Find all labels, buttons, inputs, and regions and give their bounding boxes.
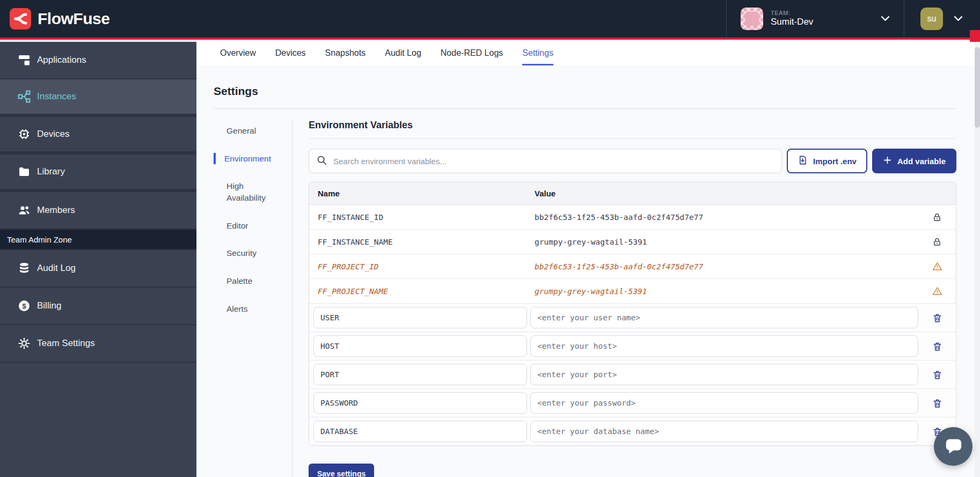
team-label: TEAM:: [771, 10, 813, 17]
flowfuse-logo-icon: [10, 8, 31, 30]
tab-overview[interactable]: Overview: [220, 42, 256, 65]
team-meta: TEAM: Sumit-Dev: [771, 10, 813, 28]
lock-icon: [918, 212, 956, 222]
vertical-divider: [292, 120, 292, 477]
sidebar-item-devices[interactable]: Devices: [0, 117, 196, 155]
env-var-name-input[interactable]: [313, 421, 527, 442]
delete-variable-button[interactable]: [932, 341, 942, 351]
import-icon: [798, 155, 808, 167]
subnav-item-palette[interactable]: Palette: [214, 275, 283, 287]
page-title: Settings: [214, 85, 956, 98]
subnav-item-security[interactable]: Security: [214, 247, 283, 259]
column-header-name: Name: [309, 189, 535, 198]
env-var-value: bb2f6c53-1f25-453b-aafd-0c2f475d7e77: [535, 262, 918, 271]
members-icon: [18, 204, 31, 217]
delete-variable-button[interactable]: [932, 313, 942, 323]
env-var-name: FF_INSTANCE_NAME: [309, 238, 535, 246]
tab-devices[interactable]: Devices: [275, 42, 306, 65]
add-variable-label: Add variable: [897, 157, 946, 166]
brand-title: FlowFuse: [38, 10, 109, 28]
table-row-editable: [309, 417, 956, 445]
save-settings-button[interactable]: Save settings: [309, 464, 374, 477]
sidebar: Applications Instances De: [0, 42, 196, 477]
sidebar-item-instances[interactable]: Instances: [0, 79, 196, 117]
chevron-down-icon: [954, 14, 963, 24]
env-var-value: grumpy-grey-wagtail-5391: [535, 238, 918, 246]
subnav-item-alerts[interactable]: Alerts: [214, 303, 283, 315]
search-input[interactable]: [333, 157, 774, 166]
sidebar-item-team-settings[interactable]: Team Settings: [0, 325, 196, 363]
instance-tabs: Overview Devices Snapshots Audit Log Nod…: [196, 42, 980, 65]
environment-section: Environment Variables: [309, 120, 956, 477]
plus-icon: [883, 156, 892, 166]
subnav-item-high-availability[interactable]: High Availability: [214, 180, 283, 203]
brand[interactable]: FlowFuse: [10, 8, 109, 30]
header-right: TEAM: Sumit-Dev su: [726, 0, 966, 39]
env-variables-table: Name Value FF_INSTANCE_ID bb2f6c53-1f25-…: [309, 182, 956, 446]
env-var-name-input[interactable]: [313, 364, 527, 385]
sidebar-item-label: Library: [37, 166, 65, 177]
warning-icon: [918, 286, 956, 296]
chevron-down-icon: [881, 14, 890, 24]
team-avatar: [741, 8, 763, 30]
table-row-editable: [309, 361, 956, 389]
sidebar-item-billing[interactable]: $ Billing: [0, 288, 196, 325]
env-var-value-input[interactable]: [530, 307, 918, 328]
sidebar-item-label: Devices: [37, 129, 69, 140]
user-avatar: su: [920, 8, 943, 30]
chat-launcher-button[interactable]: [934, 427, 972, 466]
main-area: Overview Devices Snapshots Audit Log Nod…: [196, 42, 980, 477]
env-var-name: FF_PROJECT_NAME: [309, 287, 535, 296]
billing-icon: $: [18, 299, 31, 312]
delete-variable-button[interactable]: [932, 398, 942, 408]
env-var-value-input[interactable]: [530, 335, 918, 357]
table-row-editable: [309, 304, 956, 332]
tab-node-red-logs[interactable]: Node-RED Logs: [441, 42, 503, 65]
env-var-name-input[interactable]: [313, 335, 527, 357]
env-var-value-input[interactable]: [530, 392, 918, 414]
delete-variable-button[interactable]: [932, 370, 942, 380]
import-env-button[interactable]: Import .env: [787, 149, 867, 173]
sidebar-item-applications[interactable]: Applications: [0, 42, 196, 79]
subnav-item-general[interactable]: General: [214, 125, 283, 137]
scrollbar-thumb[interactable]: [975, 47, 980, 128]
env-var-value-input[interactable]: [530, 421, 918, 442]
settings-subnav: General Environment High Availability Ed…: [214, 120, 283, 477]
team-selector[interactable]: TEAM: Sumit-Dev: [727, 8, 904, 30]
column-header-value: Value: [535, 189, 918, 198]
table-row-deprecated: FF_PROJECT_NAME grumpy-grey-wagtail-5391: [309, 279, 956, 304]
table-row-deprecated: FF_PROJECT_ID bb2f6c53-1f25-453b-aafd-0c…: [309, 254, 956, 279]
tab-audit-log[interactable]: Audit Log: [385, 42, 421, 65]
sidebar-item-audit-log[interactable]: Audit Log: [0, 250, 196, 288]
tab-snapshots[interactable]: Snapshots: [325, 42, 366, 65]
team-settings-icon: [18, 337, 31, 350]
instances-icon: [18, 90, 31, 103]
subnav-item-environment[interactable]: Environment: [214, 153, 283, 165]
env-var-name-input[interactable]: [313, 392, 527, 414]
user-menu[interactable]: su: [904, 8, 966, 30]
devices-icon: [18, 128, 31, 141]
audit-log-icon: [18, 262, 31, 275]
tab-settings[interactable]: Settings: [522, 42, 553, 65]
divider: [214, 108, 956, 109]
sidebar-item-label: Instances: [37, 91, 76, 102]
table-row-editable: [309, 332, 956, 361]
table-header: Name Value: [309, 182, 956, 205]
env-var-value: bb2f6c53-1f25-453b-aafd-0c2f475d7e77: [535, 213, 918, 222]
table-row: FF_INSTANCE_NAME grumpy-grey-wagtail-539…: [309, 230, 956, 254]
env-var-value-input[interactable]: [530, 364, 918, 385]
subnav-item-editor[interactable]: Editor: [214, 220, 283, 232]
warning-icon: [918, 261, 956, 271]
sidebar-item-members[interactable]: Members: [0, 192, 196, 230]
settings-layout: General Environment High Availability Ed…: [214, 120, 956, 477]
chat-bubble-icon: [943, 435, 963, 458]
sidebar-item-label: Team Settings: [37, 338, 95, 349]
sidebar-item-label: Billing: [37, 300, 61, 311]
applications-icon: [18, 54, 31, 67]
search-icon: [317, 155, 327, 167]
sidebar-item-label: Applications: [37, 55, 86, 65]
svg-text:$: $: [22, 302, 26, 310]
sidebar-item-library[interactable]: Library: [0, 155, 196, 192]
env-var-name-input[interactable]: [313, 307, 527, 328]
add-variable-button[interactable]: Add variable: [872, 149, 956, 173]
